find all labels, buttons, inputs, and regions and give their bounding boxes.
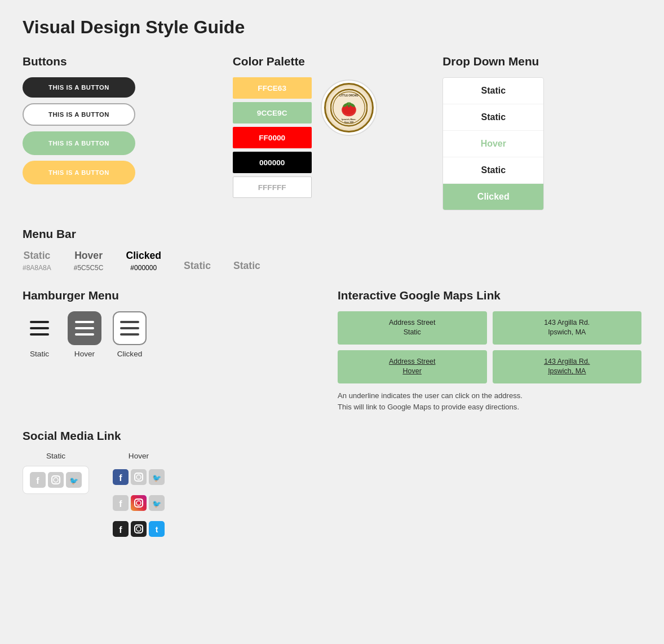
dropdown-menu: Static Static Hover Static Clicked [442, 77, 544, 210]
svg-text:🐦: 🐦 [69, 476, 79, 486]
menu-item-static-1[interactable]: Static #8A8A8A [23, 250, 51, 272]
menu-item-hover[interactable]: Hover #5C5C5C [74, 250, 104, 272]
buttons-section: Buttons THIS IS A BUTTON THIS IS A BUTTO… [23, 55, 222, 210]
hamburger-heading: Hamburger Menu [23, 289, 326, 302]
instagram-icon-hover-row3[interactable] [130, 520, 148, 538]
swatch-ffffff: FFFFFF [233, 177, 312, 198]
maps-heading: Interactive Google Maps Link [338, 289, 641, 302]
social-hover-row-1: f 🐦 [112, 466, 166, 488]
menu-bar-items: Static #8A8A8A Hover #5C5C5C Clicked #00… [23, 250, 641, 272]
svg-text:f: f [36, 476, 39, 486]
svg-text:LITTLE ORCHID: LITTLE ORCHID [339, 94, 358, 97]
swatch-ffce63: FFCE63 [233, 77, 312, 99]
svg-text:f: f [119, 499, 122, 509]
hamburger-hover-label: Hover [74, 350, 95, 358]
twitter-icon-hover-row2[interactable]: 🐦 [148, 494, 166, 512]
facebook-icon-hover[interactable]: f [112, 468, 130, 486]
svg-text:f: f [119, 473, 122, 483]
twitter-icon-hover-row1[interactable]: 🐦 [148, 468, 166, 486]
button-dark[interactable]: THIS IS A BUTTON [23, 77, 135, 98]
hamburger-static-label: Static [30, 350, 49, 358]
palette-heading: Color Palette [233, 55, 432, 68]
menu-item-clicked[interactable]: Clicked #000000 [126, 250, 161, 272]
hamburger-icon-clicked[interactable] [113, 311, 147, 345]
palette-section: Color Palette FFCE63 9CCE9C FF0000 00000… [233, 55, 432, 210]
social-hover-label: Hover [129, 452, 149, 460]
maps-section: Interactive Google Maps Link Address Str… [338, 289, 641, 412]
hamburger-clicked: Clicked [113, 311, 147, 358]
hamburger-hover: Hover [68, 311, 101, 358]
social-static-label: Static [46, 452, 65, 460]
facebook-icon-hover-row3[interactable]: f [112, 520, 130, 538]
button-outline[interactable]: THIS IS A BUTTON [23, 103, 135, 126]
social-section: Social Media Link Static f 🐦 [23, 429, 326, 540]
dd-item-hover[interactable]: Hover [443, 131, 543, 157]
logo-svg: LITTLE ORCHID Ipswich, Mass. Since 1920 [330, 85, 368, 131]
svg-point-16 [59, 476, 60, 477]
dd-item-static-1[interactable]: Static [443, 78, 543, 104]
button-yellow[interactable]: THIS IS A BUTTON [23, 161, 135, 184]
svg-rect-13 [48, 472, 64, 488]
map-btn-argilla-hover[interactable]: 143 Argilla Rd.Ipswich, MA [493, 350, 642, 383]
social-group: Static f 🐦 Hover [23, 452, 326, 540]
swatch-000000: 000000 [233, 152, 312, 173]
instagram-icon-static[interactable] [47, 471, 65, 489]
svg-rect-29 [131, 495, 147, 511]
brand-logo: LITTLE ORCHID Ipswich, Mass. Since 1920 [321, 80, 377, 136]
svg-rect-21 [131, 469, 147, 485]
maps-grid: Address StreetStatic 143 Argilla Rd.Ipsw… [338, 311, 641, 383]
menu-item-static-3[interactable]: Static [233, 260, 260, 272]
social-hover-col: Hover f 🐦 f [112, 452, 166, 540]
menu-bar-section: Menu Bar Static #8A8A8A Hover #5C5C5C Cl… [23, 227, 641, 272]
svg-text:f: f [119, 525, 122, 535]
social-hover-row-3: f t [112, 518, 166, 540]
hamburger-group: Static Hover Clicked [23, 311, 326, 358]
button-group: THIS IS A BUTTON THIS IS A BUTTON THIS I… [23, 77, 222, 184]
hamburger-icon-static[interactable] [23, 311, 56, 345]
map-btn-address-hover[interactable]: Address StreetHover [338, 350, 487, 383]
svg-point-32 [141, 499, 143, 500]
facebook-icon-hover-row2[interactable]: f [112, 494, 130, 512]
social-static-icons: f 🐦 [23, 466, 89, 494]
svg-point-24 [141, 473, 143, 474]
social-hover-row-2: f 🐦 [112, 492, 166, 514]
instagram-icon-hover[interactable] [130, 494, 148, 512]
hamburger-icon-hover[interactable] [68, 311, 101, 345]
maps-note: An underline indicates the user can clic… [338, 390, 641, 412]
twitter-icon-static[interactable]: 🐦 [65, 471, 83, 489]
buttons-heading: Buttons [23, 55, 222, 68]
map-btn-address-static[interactable]: Address StreetStatic [338, 311, 487, 345]
dd-item-static-2[interactable]: Static [443, 104, 543, 131]
button-green[interactable]: THIS IS A BUTTON [23, 131, 135, 155]
menu-bar-heading: Menu Bar [23, 227, 641, 241]
menu-item-static-2[interactable]: Static [184, 260, 211, 272]
svg-text:🐦: 🐦 [152, 499, 162, 509]
palette-swatches: FFCE63 9CCE9C FF0000 000000 FFFFFF [233, 77, 312, 198]
map-btn-argilla-static[interactable]: 143 Argilla Rd.Ipswich, MA [493, 311, 642, 345]
dropdown-heading: Drop Down Menu [442, 55, 641, 68]
svg-rect-37 [131, 521, 147, 537]
social-heading: Social Media Link [23, 429, 326, 443]
dropdown-section: Drop Down Menu Static Static Hover Stati… [442, 55, 641, 210]
svg-text:Ipswich, Mass.: Ipswich, Mass. [342, 118, 356, 121]
hamburger-clicked-label: Clicked [117, 350, 143, 358]
dd-item-static-3[interactable]: Static [443, 157, 543, 184]
twitter-icon-hover[interactable]: t [148, 520, 166, 538]
social-static-col: Static f 🐦 [23, 452, 89, 494]
hamburger-static: Static [23, 311, 56, 358]
dd-item-clicked[interactable]: Clicked [443, 184, 543, 210]
hamburger-section: Hamburger Menu Static Hover [23, 289, 326, 412]
facebook-icon-static[interactable]: f [29, 471, 47, 489]
svg-text:t: t [156, 525, 158, 534]
svg-text:🐦: 🐦 [152, 473, 162, 483]
page-title: Visual Design Style Guide [23, 17, 641, 38]
swatch-ff0000: FF0000 [233, 127, 312, 148]
svg-text:Since 1920: Since 1920 [344, 121, 353, 123]
instagram-icon-hover-row1[interactable] [130, 468, 148, 486]
svg-point-40 [141, 525, 143, 526]
swatch-9cce9c: 9CCE9C [233, 102, 312, 123]
